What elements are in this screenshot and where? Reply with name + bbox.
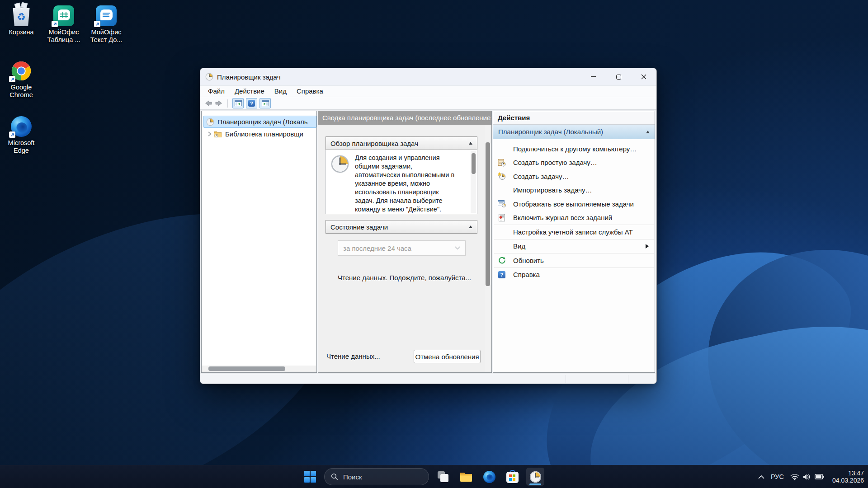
shortcut-arrow-icon bbox=[52, 21, 58, 27]
action-refresh[interactable]: Обновить bbox=[493, 253, 655, 267]
tree-item-label: Планировщик задач (Локаль bbox=[217, 118, 308, 126]
desktop-icon-label: МойОфис Текст До... bbox=[86, 28, 126, 44]
forward-arrow-icon[interactable] bbox=[215, 100, 223, 107]
action-import-task[interactable]: Импортировать задачу… bbox=[493, 183, 655, 197]
myoffice-text-icon bbox=[96, 3, 117, 26]
toolbar: ? bbox=[200, 97, 656, 110]
desktop-icon-chrome[interactable]: Google Chrome bbox=[0, 58, 42, 99]
tree-item-task-library[interactable]: Библиотека планировщи bbox=[202, 128, 316, 140]
action-create-task[interactable]: Создать задачу… bbox=[493, 169, 655, 183]
chevron-down-icon bbox=[455, 246, 460, 250]
create-task-icon bbox=[497, 172, 506, 180]
show-console-tree-button[interactable] bbox=[232, 98, 244, 108]
search-placeholder: Поиск bbox=[343, 473, 362, 481]
shortcut-arrow-icon bbox=[94, 21, 100, 27]
wifi-icon bbox=[790, 474, 799, 480]
file-explorer-button[interactable] bbox=[457, 468, 475, 486]
console-content: Планировщик задач (Локаль bbox=[200, 110, 656, 374]
scrollbar-thumb[interactable] bbox=[486, 142, 490, 286]
window-title: Планировщик задач bbox=[217, 73, 280, 81]
tree-item-task-scheduler-root[interactable]: Планировщик задач (Локаль bbox=[202, 116, 316, 128]
tray-chevron-up-icon[interactable] bbox=[758, 475, 764, 479]
scrollbar-thumb[interactable] bbox=[208, 366, 285, 371]
close-button[interactable] bbox=[631, 68, 656, 85]
summary-vertical-scrollbar[interactable] bbox=[485, 125, 491, 372]
task-view-button[interactable] bbox=[434, 468, 452, 486]
status-loading-text: Чтение данных. Подождите, пожалуйста... bbox=[338, 274, 477, 282]
desktop-icon-label: Google Chrome bbox=[1, 84, 41, 99]
task-status-section-header[interactable]: Состояние задачи bbox=[326, 220, 477, 234]
enable-history-icon bbox=[497, 214, 506, 222]
actions-group-header[interactable]: Планировщик задач (Локальный) bbox=[493, 125, 655, 139]
maximize-button[interactable] bbox=[606, 68, 631, 85]
chevron-right-icon[interactable] bbox=[208, 131, 211, 136]
help-icon: ? bbox=[248, 100, 255, 107]
language-indicator[interactable]: РУС bbox=[771, 473, 784, 480]
action-help[interactable]: ? Справка bbox=[493, 268, 655, 282]
shortcut-arrow-icon bbox=[9, 131, 15, 138]
task-scheduler-clock-icon bbox=[205, 73, 213, 81]
scrollbar-thumb[interactable] bbox=[472, 153, 476, 174]
collapse-icon[interactable] bbox=[646, 131, 650, 133]
tray-time: 13:47 bbox=[832, 469, 864, 477]
overview-scrollbar[interactable] bbox=[471, 151, 476, 213]
system-tray-status[interactable] bbox=[790, 474, 824, 480]
taskbar-search[interactable]: Поиск bbox=[324, 468, 429, 485]
microsoft-store-button[interactable] bbox=[503, 468, 521, 486]
refresh-icon bbox=[497, 257, 506, 264]
action-connect-to-another-computer[interactable]: Подключиться к другому компьютеру… bbox=[493, 142, 655, 156]
submenu-arrow-icon bbox=[646, 244, 649, 249]
toolbar-separator bbox=[227, 99, 228, 108]
console-tree-icon bbox=[235, 100, 242, 106]
simple-task-icon bbox=[497, 159, 506, 167]
tree-horizontal-scrollbar[interactable] bbox=[202, 366, 316, 372]
action-enable-all-tasks-history[interactable]: Включить журнал всех заданий bbox=[493, 211, 655, 225]
chrome-icon bbox=[11, 58, 32, 81]
minimize-button[interactable] bbox=[580, 68, 606, 85]
tray-clock[interactable]: 13:47 04.03.2026 bbox=[832, 469, 864, 484]
status-period-value: за последние 24 часа bbox=[343, 244, 455, 252]
desktop-icon-label: Microsoft Edge bbox=[1, 139, 41, 155]
action-view-submenu[interactable]: Вид bbox=[493, 239, 655, 253]
overview-section-title: Обзор планировщика задач bbox=[330, 140, 418, 147]
desktop-icon-myoffice-text[interactable]: МойОфис Текст До... bbox=[85, 3, 127, 44]
desktop-icon-recycle-bin[interactable]: ♻ Корзина bbox=[0, 3, 42, 36]
summary-header: Сводка планировщика задач (последнее обн… bbox=[318, 111, 491, 125]
summary-pane: Сводка планировщика задач (последнее обн… bbox=[318, 111, 492, 373]
running-tasks-icon bbox=[497, 200, 506, 207]
task-library-folder-icon bbox=[214, 131, 222, 138]
desktop-icon-myoffice-spreadsheet[interactable]: МойОфис Таблица ... bbox=[42, 3, 85, 44]
recycle-bin-icon: ♻ bbox=[12, 3, 31, 26]
console-tree-pane: Планировщик задач (Локаль bbox=[201, 111, 317, 373]
reading-data-text: Чтение данных... bbox=[326, 352, 380, 360]
file-explorer-icon bbox=[460, 471, 472, 482]
status-period-dropdown[interactable]: за последние 24 часа bbox=[338, 240, 466, 256]
cancel-refresh-button[interactable]: Отмена обновления bbox=[414, 350, 481, 363]
task-scheduler-clock-icon bbox=[206, 118, 214, 126]
menu-file[interactable]: Файл bbox=[203, 86, 230, 97]
desktop-icon-edge[interactable]: Microsoft Edge bbox=[0, 113, 42, 155]
action-display-running-tasks[interactable]: Отображать все выполняемые задачи bbox=[493, 197, 655, 211]
collapse-icon[interactable] bbox=[469, 225, 472, 228]
start-button[interactable] bbox=[301, 468, 319, 486]
action-create-basic-task[interactable]: Создать простую задачу… bbox=[493, 156, 655, 170]
edge-taskbar-button[interactable] bbox=[480, 468, 498, 486]
close-icon bbox=[641, 74, 646, 80]
task-status-section-title: Состояние задачи bbox=[330, 223, 388, 231]
menu-action[interactable]: Действие bbox=[230, 86, 269, 97]
desktop-icon-label: Корзина bbox=[9, 28, 33, 36]
menu-view[interactable]: Вид bbox=[269, 86, 292, 97]
help-toolbar-button[interactable]: ? bbox=[246, 98, 257, 108]
titlebar[interactable]: Планировщик задач bbox=[200, 68, 656, 85]
tray-date: 04.03.2026 bbox=[832, 477, 864, 484]
menu-help[interactable]: Справка bbox=[292, 86, 328, 97]
status-bar-separator bbox=[566, 375, 566, 383]
back-arrow-icon[interactable] bbox=[204, 100, 212, 107]
action-at-service-account-configuration[interactable]: Настройка учетной записи службы AT bbox=[493, 225, 655, 239]
task-scheduler-taskbar-button[interactable] bbox=[526, 468, 544, 486]
overview-section-header[interactable]: Обзор планировщика задач bbox=[326, 136, 477, 150]
show-action-pane-button[interactable] bbox=[259, 98, 271, 108]
taskbar: Поиск bbox=[0, 465, 868, 488]
task-scheduler-window: Планировщик задач Файл Действие Вид Спра… bbox=[200, 68, 657, 384]
collapse-icon[interactable] bbox=[469, 142, 472, 145]
